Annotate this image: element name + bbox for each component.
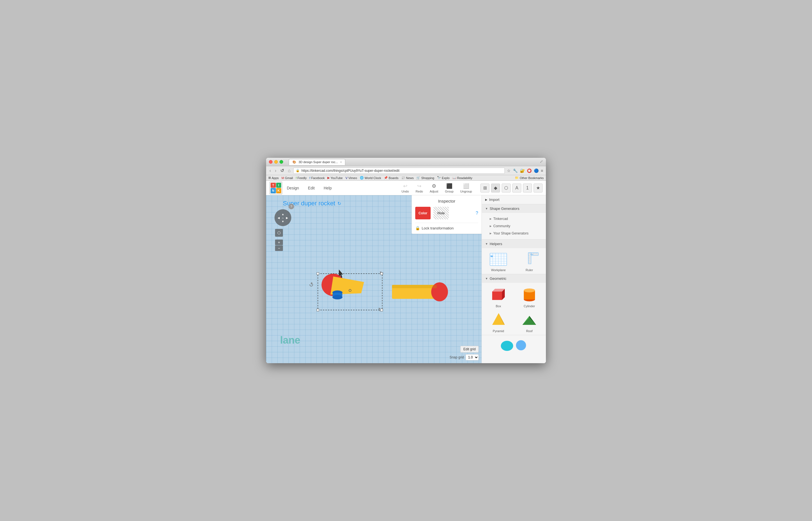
- refresh-button[interactable]: ↺: [279, 167, 285, 174]
- bookmarks-bar: ⊞ Apps M Gmail f Feedly f Facebook ▶ You…: [266, 175, 546, 181]
- window-maximize-icon[interactable]: ⤢: [540, 159, 543, 164]
- bookmark-readability-label: Readability: [457, 176, 472, 180]
- main-layout: Super duper rocket ↻ ? ▲ ◀ ⌂: [266, 195, 546, 363]
- star-button[interactable]: ☆: [506, 168, 511, 174]
- bookmark-gmail-label: Gmail: [285, 176, 293, 180]
- gmail-icon: M: [281, 176, 284, 180]
- snap-grid-label: Snap grid: [450, 355, 464, 359]
- pyramid-shape-item[interactable]: Pyramid: [484, 310, 513, 333]
- menu-button[interactable]: ≡: [540, 168, 544, 174]
- geometric-label: Geometric: [490, 276, 506, 281]
- bookmark-news[interactable]: 📰 News: [401, 176, 414, 180]
- rocket1-fins-3[interactable]: [332, 295, 342, 299]
- bookmark-boards[interactable]: 📌 Boards: [384, 176, 399, 180]
- ungroup-icon: ⬜: [463, 183, 469, 189]
- undo-button[interactable]: ↩ Undo: [399, 182, 412, 194]
- url-bar: ‹ › ↺ ⌂ 🔒 https://tinkercad.com/things/c…: [266, 166, 546, 175]
- extension-btn-2[interactable]: 🔐: [519, 168, 525, 174]
- shape-generators-label: Shape Generators: [490, 206, 519, 211]
- your-generators-label: Your Shape Generators: [493, 231, 528, 235]
- sg-arrow-tinkercad: ▶: [490, 218, 492, 220]
- bookmark-other[interactable]: 📁 Other Bookmarks: [515, 176, 544, 180]
- roof-shape-item[interactable]: Roof: [515, 310, 544, 333]
- wireframe-btn[interactable]: ⬡: [502, 184, 511, 192]
- vimeo-icon: V: [345, 176, 347, 180]
- bookmark-youtube[interactable]: ▶ YouTube: [328, 176, 342, 180]
- shape-generators-header[interactable]: ▼ Shape Generators: [482, 204, 546, 213]
- apps-icon: ⊞: [268, 176, 271, 180]
- redo-button[interactable]: ↪ Redo: [413, 182, 426, 194]
- tinkercad-logo[interactable]: T I N K: [269, 182, 282, 195]
- import-button[interactable]: ▶ Import: [482, 195, 546, 204]
- group-button[interactable]: ⬛ Group: [442, 182, 456, 194]
- number-btn[interactable]: 1: [523, 184, 532, 192]
- hole-swatch-btn[interactable]: Hole: [433, 207, 449, 219]
- bookmark-apps[interactable]: ⊞ Apps: [268, 176, 279, 180]
- canvas-area[interactable]: Super duper rocket ↻ ? ▲ ◀ ⌂: [266, 195, 481, 363]
- edit-menu[interactable]: Edit: [303, 184, 319, 192]
- adjust-button[interactable]: ⚙ Adjust: [427, 182, 441, 194]
- snap-grid-select[interactable]: 1.0 0.5 0.1: [466, 354, 479, 360]
- your-generators-item[interactable]: ▶ Your Shape Generators: [484, 230, 544, 237]
- minimize-button[interactable]: [274, 160, 278, 164]
- geometric-header[interactable]: ▼ Geometric: [482, 274, 546, 283]
- letter-btn[interactable]: A: [512, 184, 521, 192]
- title-bar: 🎨 3D design Super duper roc... × ⤢: [266, 158, 546, 166]
- close-button[interactable]: [269, 160, 273, 164]
- back-button[interactable]: ‹: [268, 167, 272, 174]
- color-swatch-btn[interactable]: Color: [415, 207, 431, 219]
- cylinder-shape-item[interactable]: Cylinder: [515, 285, 544, 308]
- community-generators-label: Community: [493, 224, 510, 228]
- handle-bl[interactable]: [317, 309, 319, 311]
- design-menu[interactable]: Design: [282, 184, 303, 192]
- readability-icon: 📖: [452, 176, 456, 180]
- extension-btn-4[interactable]: 🔵: [533, 168, 539, 174]
- tinkercad-generators-label: Tinkercad: [493, 217, 508, 221]
- more-shapes-svg: [500, 337, 528, 352]
- ungroup-button[interactable]: ⬜ Ungroup: [457, 182, 475, 194]
- bookmark-worldclock[interactable]: 🌐 World Clock: [360, 176, 381, 180]
- bookmark-feedly[interactable]: f Feedly: [296, 176, 307, 180]
- color-red-swatch: Color: [415, 207, 431, 219]
- handle-br[interactable]: [381, 309, 383, 311]
- forward-button[interactable]: ›: [274, 167, 277, 174]
- ruler-svg: mm: [520, 251, 539, 267]
- handle-tr[interactable]: [381, 273, 383, 275]
- bookmark-facebook-label: Facebook: [311, 176, 324, 180]
- extension-btn-1[interactable]: 🔧: [512, 168, 518, 174]
- tab-close-icon[interactable]: ×: [340, 161, 342, 164]
- bookmark-explo[interactable]: 🔭 Explo: [437, 176, 450, 180]
- bookmark-shopping[interactable]: 🛒 Shopping: [416, 176, 434, 180]
- bookmark-vimeo[interactable]: V Vimeo: [345, 176, 357, 180]
- svg-text:W: W: [491, 255, 493, 258]
- help-menu[interactable]: Help: [319, 184, 336, 192]
- workplane-item[interactable]: W Workplane: [484, 250, 513, 272]
- workplane-svg: W: [489, 251, 508, 267]
- bookmark-readability[interactable]: 📖 Readability: [452, 176, 472, 180]
- ruler-item[interactable]: mm Ruler: [515, 250, 544, 272]
- edit-grid-button[interactable]: Edit grid: [460, 346, 479, 353]
- workplane-label: Workplane: [491, 268, 505, 272]
- browser-tab[interactable]: 🎨 3D design Super duper roc... ×: [289, 159, 345, 165]
- community-generators-item[interactable]: ▶ Community: [484, 223, 544, 230]
- bookmark-facebook[interactable]: f Facebook: [310, 176, 324, 180]
- maximize-button[interactable]: [279, 160, 283, 164]
- extension-btn-3[interactable]: ⭕: [526, 168, 532, 174]
- url-field[interactable]: 🔒 https://tinkercad.com/things/cptPUuy9Y…: [293, 167, 505, 174]
- more-shapes-hint: [482, 335, 546, 355]
- tinkercad-generators-item[interactable]: ▶ Tinkercad: [484, 215, 544, 223]
- inspector-help-icon[interactable]: ?: [476, 211, 478, 216]
- redo-icon: ↪: [417, 183, 421, 189]
- home-button[interactable]: ⌂: [287, 167, 292, 174]
- helpers-grid: W Workplane: [482, 248, 546, 274]
- bookmark-gmail[interactable]: M Gmail: [281, 176, 293, 180]
- star-btn[interactable]: ★: [534, 184, 543, 192]
- helpers-header[interactable]: ▼ Helpers: [482, 240, 546, 248]
- handle-tl[interactable]: [317, 273, 319, 275]
- bookmark-boards-label: Boards: [389, 176, 399, 180]
- 3d-view-btn[interactable]: ◆: [491, 184, 500, 192]
- cylinder-svg: [520, 286, 538, 303]
- grid-view-btn[interactable]: ⊞: [480, 184, 489, 192]
- svg-point-38: [516, 340, 526, 350]
- box-shape-item[interactable]: Box: [484, 285, 513, 308]
